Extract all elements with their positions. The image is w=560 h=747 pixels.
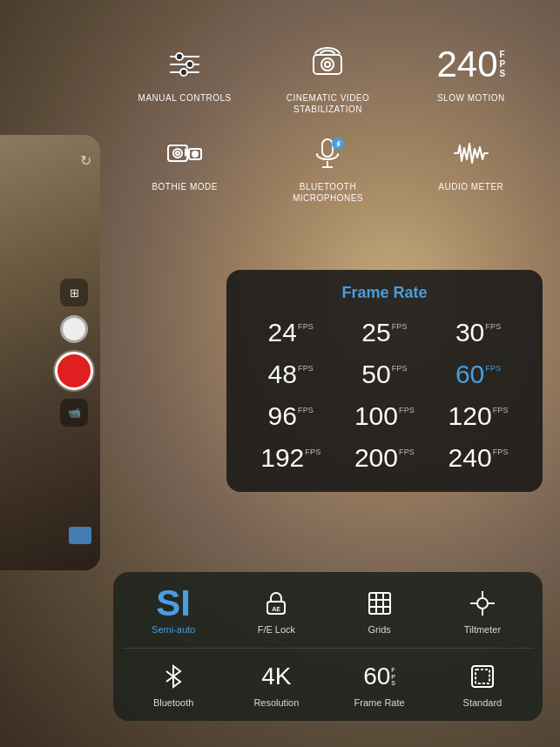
fps-30-unit: FPS [485,323,501,331]
shutter-button[interactable] [60,315,88,343]
features-section: MANUAL CONTROLS CINEMATIC VIDEO STABILIZ… [113,44,543,221]
feature-bluetooth-mic[interactable]: ♯ BLUETOOTH MICROPHONES [271,132,384,204]
fps-30[interactable]: 30 FPS [431,314,525,351]
svg-point-8 [325,62,330,67]
qs-bluetooth[interactable]: Bluetooth [138,661,208,709]
frame-rate-title: Frame Rate [244,284,525,302]
camera-film-icon [309,44,346,85]
fps-240-value: 240 [449,443,492,473]
svg-text:AE: AE [273,606,281,612]
cinematic-label: CINEMATIC VIDEO STABILIZATION [271,92,384,115]
svg-point-3 [176,53,183,60]
fps-200[interactable]: 200 FPS [338,440,432,476]
grid-icon [366,588,394,619]
si-icon: SI [156,588,191,619]
fps-120[interactable]: 120 FPS [431,398,525,434]
svg-point-4 [186,61,193,68]
qs-tiltmeter[interactable]: Tiltmeter [448,588,517,636]
slow-motion-label: SLOW MOTION [437,92,505,104]
qs-si-mode[interactable]: SI Semi-auto [138,588,208,636]
bluetooth-mic-label: BLUETOOTH MICROPHONES [271,181,384,204]
feature-audio-meter[interactable]: AUDIO METER [415,132,528,192]
fps-96[interactable]: 96 FPS [244,398,338,434]
framerate-qs-icon: 60 F P S [363,661,395,692]
fps-25-unit: FPS [392,323,408,331]
si-text: SI [156,588,191,619]
tiltmeter-label: Tiltmeter [464,624,501,636]
sliders-icon [166,44,203,85]
fps-120-unit: FPS [493,407,509,414]
fps-30-value: 30 [455,318,484,347]
fps-icon: 240 F P S [436,44,505,85]
quick-settings-panel: SI Semi-auto AE F/E Lock [113,572,543,721]
qs-grids[interactable]: Grids [345,588,415,636]
svg-rect-9 [168,145,187,161]
bluetooth-mic-icon: ♯ [309,132,346,174]
fps-96-unit: FPS [298,407,314,414]
fps-48-unit: FPS [298,365,314,373]
qs-standard[interactable]: Standard [448,661,517,709]
fps-192-unit: FPS [305,448,320,456]
svg-point-11 [173,149,182,158]
fps-60-unit: FPS [485,365,501,373]
fps-100-value: 100 [354,401,398,431]
fps-192[interactable]: 192 FPS [244,440,338,476]
manual-controls-label: MANUAL CONTROLS [138,92,232,104]
qs-row-1: SI Semi-auto AE F/E Lock [122,588,534,636]
svg-rect-10 [189,149,201,159]
svg-point-14 [194,153,196,155]
fps-grid: 24 FPS 25 FPS 30 FPS 48 FPS 50 FPS 60 FP… [244,314,525,476]
grids-label: Grids [368,624,390,636]
fps-120-value: 120 [449,401,492,431]
features-row-2: BOTHIE MODE ♯ BLUETOOTH MICROPHONES [113,132,543,204]
svg-rect-34 [476,670,489,683]
resolution-label: Resolution [253,697,299,709]
bothie-label: BOTHIE MODE [152,181,218,192]
fps-50[interactable]: 50 FPS [338,356,432,393]
fps-50-unit: FPS [392,365,408,373]
standard-icon [469,661,496,692]
waveform-icon [453,132,489,174]
fps-50-value: 50 [361,360,390,389]
svg-rect-16 [322,139,333,157]
fps-200-value: 200 [354,443,398,473]
video-cam-btn[interactable]: 📹 [60,399,88,427]
qs-fe-lock[interactable]: AE F/E Lock [241,588,311,636]
qs-frame-rate[interactable]: 60 F P S Frame Rate [345,661,415,709]
dual-camera-icon [166,132,203,174]
crosshair-icon [469,588,496,619]
feature-cinematic[interactable]: CINEMATIC VIDEO STABILIZATION [271,44,384,115]
fps-96-value: 96 [268,401,297,431]
fps-25-value: 25 [361,318,390,347]
qs-resolution[interactable]: 4K Resolution [241,661,311,709]
audio-meter-label: AUDIO METER [438,181,503,192]
feature-manual-controls[interactable]: MANUAL CONTROLS [128,44,241,104]
svg-rect-23 [369,593,390,614]
fps-25[interactable]: 25 FPS [338,314,432,351]
record-button[interactable] [55,352,93,390]
feature-slow-motion[interactable]: 240 F P S SLOW MOTION [415,44,528,104]
fps-240-unit: FPS [493,448,509,456]
frame-rate-panel: Frame Rate 24 FPS 25 FPS 30 FPS 48 FPS 5… [226,270,543,492]
fps-48[interactable]: 48 FPS [244,356,338,393]
qs-row-2: Bluetooth 4K Resolution 60 F P S F [122,661,534,709]
feature-bothie[interactable]: BOTHIE MODE [128,132,241,192]
fps-240[interactable]: 240 FPS [431,440,525,476]
divider [122,648,534,649]
si-label: Semi-auto [152,624,195,636]
grid-cam-btn[interactable]: ⊞ [60,279,88,306]
features-row-1: MANUAL CONTROLS CINEMATIC VIDEO STABILIZ… [113,44,543,115]
fps-100[interactable]: 100 FPS [338,398,432,434]
fps-48-value: 48 [268,360,297,389]
fe-lock-icon: AE [262,588,290,619]
svg-point-5 [180,69,187,76]
bluetooth-icon [159,661,187,692]
camera-preview: ↻ ⊞ 📹 [0,135,100,570]
frame-rate-qs-label: Frame Rate [354,697,405,709]
standard-label: Standard [463,697,503,709]
resolution-icon: 4K [261,661,291,692]
fps-60[interactable]: 60 FPS [431,356,525,393]
fps-24-value: 24 [268,318,297,347]
fps-24[interactable]: 24 FPS [244,314,338,351]
fe-lock-label: F/E Lock [258,624,295,636]
